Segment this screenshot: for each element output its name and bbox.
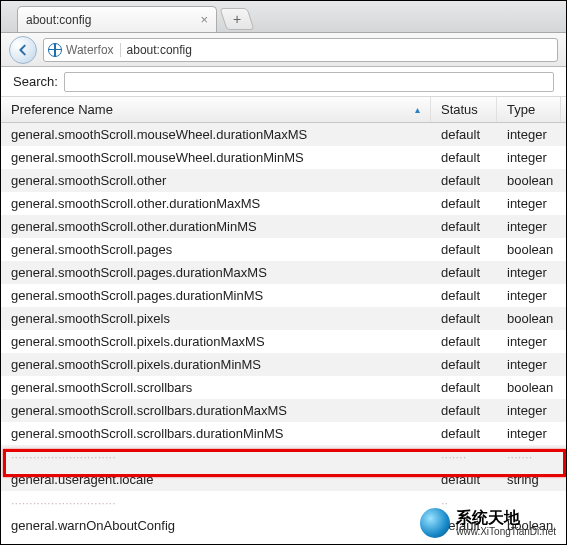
site-identity-label: Waterfox: [66, 43, 114, 57]
pref-type: integer: [497, 219, 561, 234]
search-input[interactable]: [64, 72, 554, 92]
pref-status: default: [431, 357, 497, 372]
pref-type: integer: [497, 334, 561, 349]
close-icon[interactable]: ×: [200, 13, 208, 26]
sort-asc-icon: ▴: [415, 104, 420, 115]
pref-name: general.smoothScroll.mouseWheel.duration…: [1, 150, 431, 165]
table-row[interactable]: general.useragent.localedefaultstring: [1, 468, 566, 491]
table-row[interactable]: general.smoothScroll.other.durationMaxMS…: [1, 192, 566, 215]
table-row[interactable]: general.smoothScroll.pixels.durationMaxM…: [1, 330, 566, 353]
arrow-left-icon: [16, 43, 30, 57]
pref-status: default: [431, 288, 497, 303]
table-row[interactable]: ········································…: [1, 445, 566, 468]
col-header-name[interactable]: Preference Name ▴: [1, 97, 431, 122]
pref-type: integer: [497, 196, 561, 211]
pref-type: boolean: [497, 173, 561, 188]
pref-type: integer: [497, 150, 561, 165]
pref-name: general.smoothScroll.pages: [1, 242, 431, 257]
table-row[interactable]: general.smoothScroll.scrollbarsdefaultbo…: [1, 376, 566, 399]
col-header-status[interactable]: Status: [431, 97, 497, 122]
pref-name: general.smoothScroll.pages.durationMinMS: [1, 288, 431, 303]
pref-type: boolean: [497, 380, 561, 395]
table-row[interactable]: general.smoothScroll.scrollbars.duration…: [1, 422, 566, 445]
pref-status: default: [431, 127, 497, 142]
watermark-logo-icon: [420, 508, 450, 538]
pref-name: general.smoothScroll.scrollbars.duration…: [1, 426, 431, 441]
pref-status: default: [431, 196, 497, 211]
pref-type: integer: [497, 403, 561, 418]
table-body: general.smoothScroll.mouseWheel.duration…: [1, 123, 566, 537]
browser-tab[interactable]: about:config ×: [17, 6, 217, 32]
globe-icon: [48, 43, 62, 57]
pref-status: default: [431, 403, 497, 418]
pref-status: default: [431, 150, 497, 165]
pref-status: default: [431, 173, 497, 188]
url-text: about:config: [127, 43, 192, 57]
pref-name: general.smoothScroll.pixels.durationMinM…: [1, 357, 431, 372]
tab-title: about:config: [26, 13, 91, 27]
pref-name: general.smoothScroll.scrollbars.duration…: [1, 403, 431, 418]
pref-name: general.smoothScroll.pixels.durationMaxM…: [1, 334, 431, 349]
search-label: Search:: [13, 74, 58, 89]
pref-name: general.useragent.locale: [1, 472, 431, 487]
pref-name: general.smoothScroll.mouseWheel.duration…: [1, 127, 431, 142]
pref-type: string: [497, 472, 561, 487]
pref-type: boolean: [497, 311, 561, 326]
table-row[interactable]: general.smoothScroll.pages.durationMinMS…: [1, 284, 566, 307]
table-row[interactable]: general.smoothScroll.otherdefaultboolean: [1, 169, 566, 192]
pref-name: general.smoothScroll.pages.durationMaxMS: [1, 265, 431, 280]
table-row[interactable]: general.smoothScroll.mouseWheel.duration…: [1, 146, 566, 169]
table-row[interactable]: general.smoothScroll.other.durationMinMS…: [1, 215, 566, 238]
table-row[interactable]: general.smoothScroll.mouseWheel.duration…: [1, 123, 566, 146]
url-bar[interactable]: Waterfox about:config: [43, 38, 558, 62]
pref-status: default: [431, 219, 497, 234]
pref-type: integer: [497, 288, 561, 303]
tab-strip: about:config × +: [1, 1, 566, 33]
pref-name: general.smoothScroll.other.durationMinMS: [1, 219, 431, 234]
pref-status: default: [431, 334, 497, 349]
watermark-url: www.XiTongTianDi.net: [456, 526, 556, 537]
pref-type: integer: [497, 265, 561, 280]
new-tab-button[interactable]: +: [219, 8, 254, 30]
site-identity[interactable]: Waterfox: [48, 43, 121, 57]
pref-status: default: [431, 242, 497, 257]
table-row[interactable]: general.smoothScroll.scrollbars.duration…: [1, 399, 566, 422]
table-row[interactable]: general.smoothScroll.pagesdefaultboolean: [1, 238, 566, 261]
pref-status: default: [431, 380, 497, 395]
table-row[interactable]: general.smoothScroll.pixelsdefaultboolea…: [1, 307, 566, 330]
table-header: Preference Name ▴ Status Type: [1, 97, 566, 123]
pref-status: default: [431, 265, 497, 280]
pref-type: integer: [497, 357, 561, 372]
pref-name: general.warnOnAboutConfig: [1, 518, 431, 533]
pref-type: integer: [497, 426, 561, 441]
pref-name: general.smoothScroll.scrollbars: [1, 380, 431, 395]
plus-icon: +: [233, 11, 241, 27]
pref-status: default: [431, 472, 497, 487]
watermark-title: 系统天地: [456, 509, 556, 527]
pref-name: general.smoothScroll.pixels: [1, 311, 431, 326]
search-row: Search:: [1, 67, 566, 97]
pref-type: boolean: [497, 242, 561, 257]
pref-name: general.smoothScroll.other.durationMaxMS: [1, 196, 431, 211]
nav-toolbar: Waterfox about:config: [1, 33, 566, 67]
prefs-table: Preference Name ▴ Status Type general.sm…: [1, 97, 566, 537]
pref-type: integer: [497, 127, 561, 142]
back-button[interactable]: [9, 36, 37, 64]
pref-name: general.smoothScroll.other: [1, 173, 431, 188]
table-row[interactable]: general.smoothScroll.pixels.durationMinM…: [1, 353, 566, 376]
col-header-type[interactable]: Type: [497, 97, 561, 122]
pref-status: default: [431, 426, 497, 441]
pref-status: default: [431, 311, 497, 326]
table-row[interactable]: general.smoothScroll.pages.durationMaxMS…: [1, 261, 566, 284]
watermark: 系统天地 www.XiTongTianDi.net: [420, 508, 556, 538]
